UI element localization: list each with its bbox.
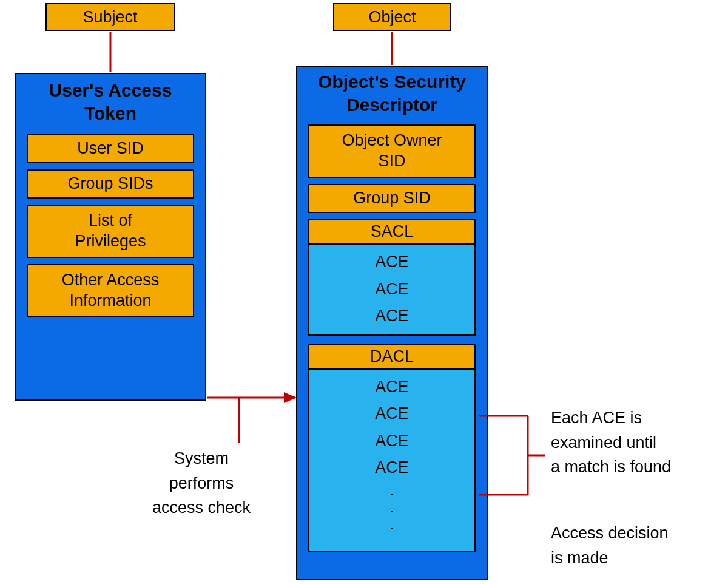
row-dacl-text: DACL (370, 347, 414, 367)
row-other-l1: Other Access (62, 270, 160, 291)
dacl-ace: ACE (309, 429, 474, 453)
row-owner-l1: Object Owner (342, 131, 442, 151)
sacl-ace: ACE (309, 304, 474, 328)
dacl-dot: . (309, 517, 474, 531)
row-sacl-header: SACL (308, 219, 476, 245)
security-descriptor-box: Object's Security Descriptor Object Owne… (296, 66, 488, 580)
note-ac-l3: access check (141, 495, 262, 520)
row-user-sid: User SID (27, 134, 194, 163)
object-label-box: Object (333, 3, 451, 31)
sd-title-l1: Object's Security (297, 70, 487, 93)
row-object-owner: Object Owner SID (308, 124, 476, 178)
note-ex-l1: Each ACE is (551, 406, 727, 430)
dacl-entries: ACE ACE ACE ACE . . . (308, 370, 476, 552)
note-decision: Access decision is made (551, 521, 727, 570)
sd-title: Object's Security Descriptor (297, 70, 487, 116)
subject-label-box: Subject (46, 3, 175, 31)
row-privileges: List of Privileges (27, 205, 194, 258)
sacl-ace: ACE (309, 250, 474, 274)
sd-title-l2: Descriptor (297, 93, 487, 117)
note-ex-l3: a match is found (551, 455, 727, 480)
note-ac-l2: performs (141, 471, 262, 496)
row-other-access: Other Access Information (27, 264, 194, 317)
note-dec-l1: Access decision (551, 521, 727, 546)
access-token-title-l2: Token (16, 102, 205, 125)
access-token-title-l1: User's Access (16, 79, 205, 102)
access-token-box: User's Access Token User SID Group SIDs … (15, 73, 206, 401)
object-label: Object (368, 7, 416, 27)
row-dacl-header: DACL (308, 344, 476, 370)
row-group-sid: Group SID (308, 184, 476, 213)
dacl-ace: ACE (309, 375, 474, 399)
note-access-check: System performs access check (141, 446, 262, 520)
access-token-title: User's Access Token (16, 79, 205, 124)
row-group-sid-text: Group SID (353, 188, 431, 209)
dacl-dot: . (309, 500, 474, 514)
dacl-ace: ACE (309, 401, 474, 426)
row-user-sid-text: User SID (77, 138, 144, 159)
row-group-sids: Group SIDs (27, 169, 194, 199)
note-dec-l2: is made (551, 546, 727, 571)
subject-label: Subject (83, 7, 137, 27)
row-owner-l2: SID (378, 151, 405, 172)
note-ex-l2: examined until (551, 430, 727, 455)
dacl-ace: ACE (309, 455, 474, 480)
dacl-dot: . (309, 483, 474, 497)
sacl-entries: ACE ACE ACE (308, 245, 476, 336)
sacl-ace: ACE (309, 277, 474, 302)
note-ac-l1: System (141, 446, 262, 471)
row-group-sids-text: Group SIDs (67, 174, 153, 194)
row-other-l2: Information (69, 291, 151, 311)
note-examined: Each ACE is examined until a match is fo… (551, 406, 727, 480)
row-sacl-text: SACL (371, 222, 414, 242)
row-priv-l1: List of (89, 211, 132, 231)
row-priv-l2: Privileges (75, 231, 146, 252)
